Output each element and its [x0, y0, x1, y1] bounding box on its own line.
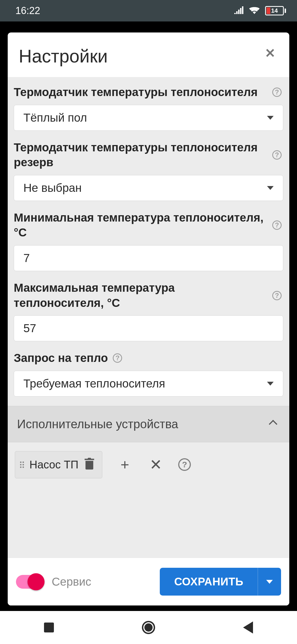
chevron-down-icon: [267, 116, 274, 120]
battery-percent: 14: [266, 7, 283, 14]
modal-title: Настройки: [19, 46, 108, 67]
help-icon[interactable]: ?: [272, 291, 282, 300]
battery-icon: 14: [265, 6, 286, 15]
service-toggle-label: Сервис: [52, 575, 152, 588]
android-nav-bar: [0, 611, 297, 644]
settings-modal: Настройки ✕ Термодатчик температуры тепл…: [8, 32, 289, 605]
heat-request-label: Запрос на тепло: [14, 351, 108, 366]
close-button[interactable]: ✕: [262, 46, 278, 61]
save-dropdown-button[interactable]: [258, 568, 281, 596]
chevron-down-icon: [267, 382, 274, 386]
wifi-icon: [249, 5, 260, 17]
chevron-down-icon: [267, 186, 274, 190]
min-temp-label: Минимальная температура теплоносителя, °…: [14, 210, 268, 240]
signal-icon: [234, 5, 244, 17]
status-time: 16:22: [15, 5, 40, 17]
actuators-title: Исполнительные устройства: [17, 417, 178, 431]
actuators-section-header[interactable]: Исполнительные устройства: [8, 406, 289, 442]
sensor-reserve-select[interactable]: Не выбран: [14, 175, 283, 201]
max-temp-label: Максимальная температура теплоносителя, …: [14, 280, 268, 310]
device-chip[interactable]: Насос ТП: [15, 451, 102, 478]
help-icon[interactable]: ?: [272, 150, 282, 160]
drag-handle-icon[interactable]: [20, 462, 24, 468]
sensor-reserve-value: Не выбран: [23, 181, 82, 195]
min-temp-input[interactable]: [23, 252, 274, 265]
status-icons: 14: [234, 5, 286, 17]
nav-recents-button[interactable]: [44, 623, 54, 632]
help-icon[interactable]: ?: [272, 88, 282, 97]
trash-icon[interactable]: [84, 457, 95, 472]
status-bar: 16:22 14: [0, 0, 297, 21]
max-temp-input-wrap: [14, 315, 283, 341]
help-icon[interactable]: ?: [113, 353, 122, 363]
heat-request-select[interactable]: Требуемая теплоносителя: [14, 371, 283, 397]
add-device-button[interactable]: +: [117, 456, 133, 473]
chevron-up-icon: [269, 420, 277, 428]
nav-back-button[interactable]: [243, 621, 253, 634]
service-toggle[interactable]: [16, 575, 43, 589]
min-temp-input-wrap: [14, 245, 283, 271]
chevron-down-icon: [266, 580, 273, 584]
heat-request-value: Требуемая теплоносителя: [23, 377, 165, 390]
remove-device-button[interactable]: ✕: [147, 456, 164, 473]
save-button[interactable]: СОХРАНИТЬ: [160, 568, 258, 596]
help-icon[interactable]: ?: [272, 220, 282, 230]
device-name: Насос ТП: [29, 459, 78, 471]
sensor-reserve-label: Термодатчик температуры теплоносителя ре…: [14, 140, 268, 170]
sensor-label: Термодатчик температуры теплоносителя: [14, 85, 268, 100]
nav-home-button[interactable]: [142, 621, 155, 634]
sensor-value: Тёплый пол: [23, 111, 87, 124]
sensor-select[interactable]: Тёплый пол: [14, 105, 283, 131]
max-temp-input[interactable]: [23, 322, 274, 335]
help-icon[interactable]: ?: [178, 458, 191, 471]
